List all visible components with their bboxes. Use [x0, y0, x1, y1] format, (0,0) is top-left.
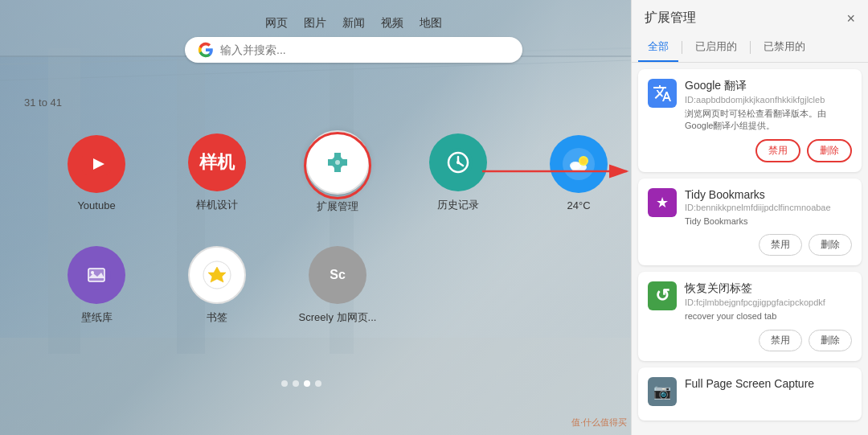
ext-header-translate: Google 翻译 ID:aapbdbdomjkkjkaonfhkkikfgjl… — [648, 79, 852, 133]
ext-info-tidy: Tidy Bookmarks ID:bennikkpnelmfdiijpdclf… — [685, 188, 852, 228]
watermark: 值·什么值得买 — [571, 417, 627, 429]
yangji-icon: 样机 — [188, 133, 246, 191]
grid-item-yangji[interactable]: 样机 样机设计 — [161, 121, 273, 225]
ext-actions-restore: 禁用 删除 — [648, 330, 852, 351]
ext-name-tidy: Tidy Bookmarks — [685, 188, 852, 201]
ext-desc-translate: 浏览网页时可轻松查看翻译版本。由Google翻译小组提供。 — [685, 108, 852, 133]
ext-header-tidy: ★ Tidy Bookmarks ID:bennikkpnelmfdiijpdc… — [648, 188, 852, 228]
ext-header-restore: ↺ 恢复关闭标签 ID:fcjlmbbejgnfpcgjigpgfacipcko… — [648, 281, 852, 322]
ext-actions-translate: 禁用 删除 — [648, 139, 852, 162]
tab-all[interactable]: 全部 — [638, 33, 678, 62]
nav-images[interactable]: 图片 — [304, 16, 326, 31]
extensions-label: 扩展管理 — [317, 199, 358, 214]
ext-info-restore: 恢复关闭标签 ID:fcjlmbbejgnfpcgjigpgfacipckopd… — [685, 281, 852, 322]
ext-info-translate: Google 翻译 ID:aapbdbdomjkkjkaonfhkkikfgjl… — [685, 79, 852, 133]
grid-item-weather[interactable]: 24°C — [522, 121, 635, 225]
ext-item-fullpage: 📷 Full Page Screen Capture — [638, 367, 862, 421]
weather-label: 24°C — [567, 199, 590, 211]
ext-item-google-translate: Google 翻译 ID:aapbdbdomjkkjkaonfhkkikfgjl… — [638, 69, 862, 172]
grid-item-youtube[interactable]: Youtube — [40, 121, 153, 225]
ext-icon-fullpage: 📷 — [648, 377, 677, 406]
search-bar[interactable] — [185, 37, 522, 63]
ext-info-fullpage: Full Page Screen Capture — [685, 377, 852, 392]
grid-item-extensions[interactable]: 扩展管理 — [281, 121, 394, 225]
ext-id-tidy: ID:bennikkpnelmfdiijpdclfincmnoabae — [685, 203, 852, 212]
remove-restore-button[interactable]: 删除 — [809, 330, 852, 351]
nav-maps[interactable]: 地图 — [420, 16, 442, 31]
grid-item-wallpaper[interactable]: 壁纸库 — [40, 233, 153, 338]
panel-title: 扩展管理 — [645, 10, 696, 27]
page-dots — [281, 380, 321, 387]
ext-actions-tidy: 禁用 删除 — [648, 234, 852, 256]
ext-item-tidy-bookmarks: ★ Tidy Bookmarks ID:bennikkpnelmfdiijpdc… — [638, 179, 862, 265]
tab-divider — [682, 41, 682, 54]
nav-webpage[interactable]: 网页 — [265, 16, 288, 31]
dot-2[interactable] — [293, 380, 299, 387]
ext-name-fullpage: Full Page Screen Capture — [685, 377, 852, 390]
bookmark-icon — [188, 246, 246, 304]
remove-translate-button[interactable]: 删除 — [807, 139, 852, 162]
google-logo — [198, 42, 214, 58]
nav-news[interactable]: 新闻 — [342, 16, 365, 31]
weather-icon — [550, 135, 608, 193]
svg-point-21 — [580, 158, 587, 164]
nav-links: 网页 图片 新闻 视频 地图 — [265, 16, 442, 31]
svg-point-16 — [457, 161, 460, 164]
youtube-icon — [68, 135, 125, 193]
tab-divider-2 — [750, 41, 751, 54]
screely-label: Screely 加网页... — [299, 310, 377, 325]
dot-1[interactable] — [281, 380, 288, 387]
disable-restore-button[interactable]: 禁用 — [759, 330, 802, 351]
grid-item-history[interactable]: 历史记录 — [402, 121, 514, 225]
close-panel-button[interactable]: × — [846, 11, 855, 26]
remove-tidy-button[interactable]: 删除 — [809, 234, 852, 256]
disable-tidy-button[interactable]: 禁用 — [759, 234, 802, 256]
wallpaper-label: 壁纸库 — [81, 310, 113, 325]
nav-video[interactable]: 视频 — [381, 16, 403, 31]
extension-list: Google 翻译 ID:aapbdbdomjkkjkaonfhkkikfgjl… — [632, 63, 868, 435]
yangji-label: 样机设计 — [196, 198, 238, 212]
svg-point-26 — [91, 271, 94, 274]
grid-item-bookmark[interactable]: 书签 — [161, 233, 273, 338]
bookmark-label: 书签 — [207, 310, 227, 325]
ext-icon-restore: ↺ — [648, 281, 677, 310]
ext-icon-translate — [648, 79, 677, 108]
ext-name-translate: Google 翻译 — [685, 79, 852, 93]
history-label: 历史记录 — [437, 198, 479, 212]
dot-3[interactable] — [304, 380, 310, 387]
tab-enabled[interactable]: 已启用的 — [686, 33, 747, 62]
extension-panel: 扩展管理 × 全部 已启用的 已禁用的 Google 翻译 ID:aapbdbd… — [631, 0, 868, 435]
history-icon — [429, 133, 487, 191]
ext-header-fullpage: 📷 Full Page Screen Capture — [648, 377, 852, 406]
tab-disabled[interactable]: 已禁用的 — [754, 33, 815, 62]
youtube-label: Youtube — [77, 199, 115, 211]
ext-name-restore: 恢复关闭标签 — [685, 281, 852, 296]
disable-translate-button[interactable]: 禁用 — [755, 139, 800, 162]
search-input[interactable] — [220, 43, 510, 56]
dot-4[interactable] — [315, 380, 321, 387]
ext-desc-restore: recover your closed tab — [685, 310, 852, 322]
app-grid: Youtube 样机 样机设计 扩展管理 — [40, 121, 635, 338]
ext-icon-tidy: ★ — [648, 188, 677, 217]
building-text: 31 to 41 — [24, 96, 62, 109]
screely-icon: Sc — [309, 246, 366, 304]
grid-item-screely[interactable]: Sc Screely 加网页... — [281, 233, 394, 338]
ext-desc-tidy: Tidy Bookmarks — [685, 215, 852, 228]
ext-id-translate: ID:aapbdbdomjkkjkaonfhkkikfgjlcleb — [685, 95, 852, 105]
panel-tabs: 全部 已启用的 已禁用的 — [632, 33, 868, 63]
ext-item-restore-tabs: ↺ 恢复关闭标签 ID:fcjlmbbejgnfpcgjigpgfacipcko… — [638, 272, 862, 360]
panel-header: 扩展管理 × — [632, 0, 868, 33]
ext-id-restore: ID:fcjlmbbejgnfpcgjigpgfacipckopdkf — [685, 298, 852, 307]
wallpaper-icon — [68, 246, 125, 304]
